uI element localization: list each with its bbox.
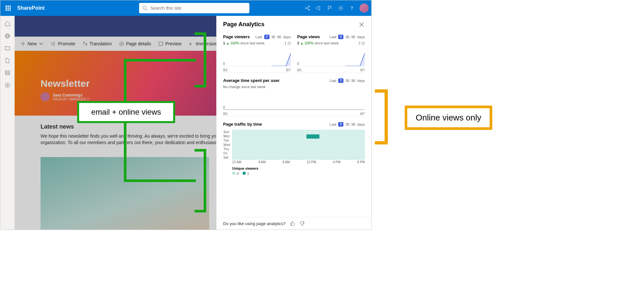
heatmap-cell-active [313, 134, 319, 139]
share-icon[interactable] [304, 5, 311, 11]
legend-title: Unique viewers [232, 166, 365, 170]
feedback-question: Do you like using page analytics? [223, 221, 286, 226]
page-analytics-panel: Page Analytics Page viewers Last 7 30 90… [216, 16, 371, 230]
heatmap-day-labels: Sun Mon Tue Wed Thu Fri Sat [223, 130, 232, 159]
traffic-range-picker[interactable]: Last 7 30 90 days [329, 122, 365, 127]
panel-feedback: Do you like using page analytics? [217, 217, 371, 230]
news-icon[interactable] [4, 45, 11, 51]
sharepoint-window: SharePoint ? New Promote [0, 0, 372, 230]
clock-icon [362, 42, 365, 45]
traffic-heatmap: Sun Mon Tue Wed Thu Fri Sat 12 AM 4 AM 8… [223, 130, 365, 176]
svg-point-3 [308, 6, 310, 7]
add-icon[interactable] [4, 82, 11, 88]
search-input[interactable] [150, 6, 246, 11]
svg-point-4 [308, 9, 310, 10]
annotation-yellow-callout: Online views only [405, 106, 492, 130]
suite-bar: SharePoint ? [0, 0, 371, 16]
svg-rect-13 [6, 71, 9, 75]
annotation-bracket-yellow [375, 89, 388, 144]
viewers-sparkline: 0 8/1 8/7 [223, 47, 291, 73]
thumbs-down-icon[interactable] [299, 221, 305, 226]
svg-line-1 [146, 9, 147, 10]
left-nav-rail [0, 16, 15, 230]
app-name: SharePoint [17, 5, 44, 11]
search-box[interactable] [139, 3, 249, 13]
svg-line-5 [307, 7, 308, 8]
svg-point-2 [305, 7, 307, 9]
thumbs-up-icon[interactable] [290, 221, 295, 226]
traffic-label: Page traffic by time [223, 122, 262, 127]
home-icon[interactable] [4, 20, 11, 27]
views-range-picker[interactable]: Last 7 30 90 days [329, 35, 365, 39]
clock-icon [288, 42, 291, 45]
heatmap-cell-active [306, 134, 313, 139]
avg-range-picker[interactable]: Last 7 30 90 days [329, 78, 365, 83]
views-label: Page views [297, 34, 320, 39]
viewers-label: Page viewers [223, 34, 250, 39]
annotation-line-green-top [124, 59, 196, 62]
annotation-green-callout: email + online views [77, 101, 175, 123]
settings-icon[interactable] [338, 5, 344, 11]
megaphone-icon[interactable] [316, 5, 322, 11]
annotation-line-green-bottom [124, 179, 196, 182]
app-launcher-icon[interactable] [3, 3, 13, 13]
avg-time-label: Average time spent per user [223, 78, 280, 83]
page-views-card: Page views Last 7 30 90 days 2 ▲ 100% si… [297, 34, 365, 73]
views-sparkline: 0 8/1 8/7 [297, 47, 365, 73]
library-icon[interactable] [4, 70, 11, 76]
annotation-bracket-green-bottom [195, 149, 206, 212]
viewers-range-picker[interactable]: Last 7 30 90 days [256, 35, 291, 39]
user-avatar[interactable] [360, 4, 369, 13]
heatmap-hour-labels: 12 AM 4 AM 8 AM 12 PM 4 PM 8 PM [232, 160, 365, 164]
svg-point-0 [143, 6, 146, 9]
page-viewers-card: Page viewers Last 7 30 90 days 1 ▲ 100% … [223, 34, 291, 73]
flag-icon[interactable] [327, 5, 333, 11]
avg-time-nochange: No change since last week [223, 85, 365, 89]
panel-title: Page Analytics [223, 21, 264, 28]
globe-icon[interactable] [4, 33, 11, 39]
search-icon [142, 6, 148, 11]
document-icon[interactable] [4, 57, 11, 64]
svg-point-7 [340, 7, 342, 9]
svg-text:?: ? [351, 6, 353, 11]
help-icon[interactable]: ? [349, 5, 355, 11]
heatmap-legend: 0 1 [232, 172, 365, 176]
annotation-bracket-green-top [195, 32, 206, 87]
svg-line-6 [307, 8, 308, 9]
svg-rect-12 [5, 47, 10, 50]
close-icon[interactable] [358, 21, 365, 28]
avg-time-chart: 0 8/1 8/7 [223, 91, 365, 117]
